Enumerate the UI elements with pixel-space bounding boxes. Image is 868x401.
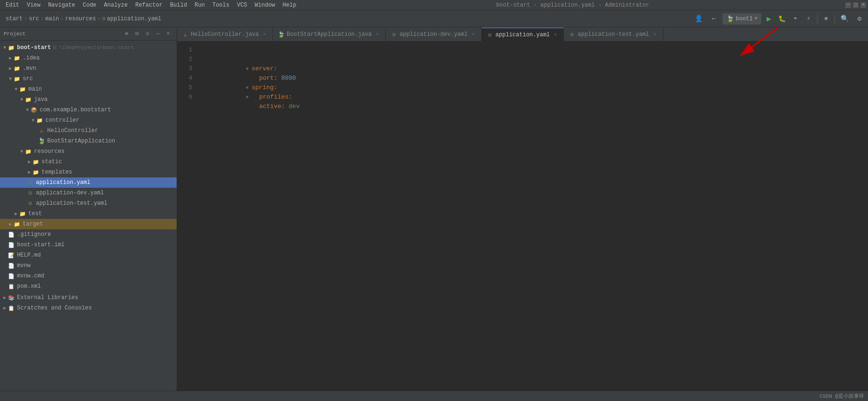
src-folder-icon: 📁	[13, 75, 21, 83]
coverage-button[interactable]: ☂	[790, 13, 801, 25]
watermark: CSDN @是小故事呀	[819, 393, 864, 400]
sidebar-item-mvnw-cmd[interactable]: 📄 mvnw.cmd	[0, 271, 177, 281]
menu-item-view[interactable]: View	[23, 1, 44, 9]
tab-close-2[interactable]: ×	[374, 31, 381, 38]
menu-item-edit[interactable]: Edit	[2, 1, 23, 9]
sidebar-item-controller[interactable]: ▼ 📁 controller	[0, 115, 177, 125]
run-button[interactable]: ▶	[763, 13, 774, 25]
sidebar-item-java[interactable]: ▼ 📁 java	[0, 94, 177, 105]
scratches-label: Scratches and Consoles	[17, 305, 92, 311]
profiler-button[interactable]: ⚡	[803, 13, 814, 25]
iml-icon: 📄	[8, 241, 15, 249]
menu-item-analyze[interactable]: Analyze	[100, 1, 131, 9]
tab-label-5: application-test.yaml	[578, 31, 649, 38]
tab-spring-icon-2: 🍃	[278, 31, 284, 38]
java-folder-icon: 📁	[25, 96, 32, 103]
maximize-button[interactable]: □	[853, 2, 859, 8]
tab-close-4[interactable]: ×	[552, 32, 559, 38]
sidebar-item-scratches[interactable]: ▶ 📋 Scratches and Consoles	[0, 303, 177, 313]
sidebar-collapse-button[interactable]: ⊟	[132, 29, 142, 39]
sidebar-item-test[interactable]: ▶ 📁 test	[0, 209, 177, 219]
fold-icon-4[interactable]: ▼	[244, 85, 251, 92]
sidebar-item-target[interactable]: ▶ 📁 target	[0, 219, 177, 229]
menu-item-navigate[interactable]: Navigate	[44, 1, 79, 9]
stop-button[interactable]: ■	[820, 13, 832, 25]
menu-item-window[interactable]: Window	[251, 1, 279, 9]
sidebar-item-static[interactable]: ▶ 📁 static	[0, 157, 177, 167]
sidebar-item-mvn[interactable]: ▶ 📁 .mvn	[0, 63, 177, 74]
tab-label-3: application-dev.yaml	[400, 31, 468, 38]
sidebar-item-pom[interactable]: 📋 pom.xml	[0, 281, 177, 292]
back-button[interactable]: ←	[707, 12, 721, 25]
code-line-2: ▼server:	[200, 55, 861, 64]
sidebar-item-help[interactable]: 📝 HELP.md	[0, 250, 177, 260]
code-line-4: ▼spring:	[200, 74, 861, 83]
target-folder-icon: 📁	[13, 220, 21, 228]
search-button[interactable]: 🔍	[838, 12, 851, 25]
sidebar-item-idea[interactable]: ▶ 📁 .idea	[0, 53, 177, 63]
sidebar-item-ext-libs[interactable]: ▶ 📚 External Libraries	[0, 292, 177, 303]
idea-label: .idea	[23, 55, 40, 61]
debug-button[interactable]: 🐛	[776, 13, 788, 25]
java-file-icon: ☕	[38, 127, 45, 134]
settings-button[interactable]: ⚙	[853, 12, 866, 25]
menu-bar: Edit View Navigate Code Analyze Refactor…	[0, 0, 868, 10]
tab-close-3[interactable]: ×	[470, 31, 477, 38]
menu-item-build[interactable]: Build	[166, 1, 191, 9]
code-content[interactable]: ▼server: port: 8080 ▼spring: ▼ profiles:	[196, 42, 861, 391]
help-label: HELP.md	[17, 252, 41, 259]
test-yaml-icon: ⚙	[26, 200, 34, 207]
menu-item-refactor[interactable]: Refactor	[131, 1, 166, 9]
sidebar-item-package[interactable]: ▼ 📦 com.example.bootstart	[0, 105, 177, 115]
sidebar-item-src[interactable]: ▼ 📁 src	[0, 74, 177, 84]
tab-test-yaml[interactable]: ⚙ application-test.yaml ×	[564, 27, 663, 42]
editor-area: ☕ HelloController.java × 🍃 BootStartAppl…	[177, 27, 868, 391]
sidebar-item-hello-controller[interactable]: ☕ HelloController	[0, 125, 177, 136]
sidebar-item-templates[interactable]: ▶ 📁 templates	[0, 167, 177, 177]
fold-icon-2[interactable]: ▼	[244, 66, 251, 73]
sidebar-expand-button[interactable]: ≡	[143, 29, 152, 39]
tabs-bar: ☕ HelloController.java × 🍃 BootStartAppl…	[177, 27, 868, 42]
sidebar-locate-button[interactable]: ⊕	[122, 29, 131, 39]
sidebar-item-iml[interactable]: 📄 boot-start.iml	[0, 240, 177, 250]
tree-root-path: D:\IdeaProjects\boot-start	[53, 45, 134, 50]
scrollbar-area	[861, 42, 868, 391]
run-config-name: boot1	[736, 16, 753, 22]
sidebar-item-main[interactable]: ▼ 📁 main	[0, 84, 177, 94]
run-config-selector[interactable]: 🍃 boot1 ▼	[723, 13, 761, 25]
idea-folder-icon: 📁	[13, 54, 21, 62]
sidebar-item-resources[interactable]: ▼ 📁 resources	[0, 146, 177, 157]
dev-yaml-label: application-dev.yaml	[36, 190, 104, 196]
yaml-file-icon: ⚙	[26, 179, 34, 186]
sidebar-item-test-yaml[interactable]: ⚙ application-test.yaml	[0, 198, 177, 209]
menu-item-code[interactable]: Code	[79, 1, 100, 9]
sidebar-item-gitignore[interactable]: 📄 .gitignore	[0, 229, 177, 240]
tab-close-5[interactable]: ×	[652, 31, 658, 38]
tab-close-1[interactable]: ×	[261, 31, 268, 38]
menu-item-help[interactable]: Help	[279, 1, 300, 9]
sidebar-item-boot-app[interactable]: 🍃 BootStartApplication	[0, 136, 177, 146]
sidebar-item-application-yaml[interactable]: ⚙ application.yaml	[0, 177, 177, 188]
minimize-button[interactable]: ─	[845, 2, 851, 8]
code-line-5: ▼ profiles:	[200, 83, 861, 92]
code-editor[interactable]: 1 2 3 4 5 6 ▼server: port:	[177, 42, 868, 391]
code-line-6: active: dev	[200, 92, 861, 102]
menu-item-vcs[interactable]: VCS	[233, 1, 251, 9]
menu-item-tools[interactable]: Tools	[209, 1, 233, 9]
sidebar-settings-button[interactable]: —	[153, 29, 162, 39]
sidebar-item-dev-yaml[interactable]: ⚙ application-dev.yaml	[0, 188, 177, 198]
user-icon-button[interactable]: 👤	[692, 12, 706, 25]
close-button[interactable]: ×	[860, 2, 866, 8]
tab-application-yaml[interactable]: ⚙ application.yaml ×	[482, 27, 564, 42]
tab-hello-controller[interactable]: ☕ HelloController.java ×	[177, 27, 273, 42]
sidebar-item-mvnw[interactable]: 📄 mvnw	[0, 260, 177, 271]
test-label: test	[28, 210, 42, 217]
tab-label-1: HelloController.java	[191, 31, 259, 38]
tab-dev-yaml[interactable]: ⚙ application-dev.yaml ×	[386, 27, 482, 42]
tab-boot-app[interactable]: 🍃 BootStartApplication.java ×	[273, 27, 386, 42]
tree-root[interactable]: ▼ 📁 boot-start D:\IdeaProjects\boot-star…	[0, 42, 177, 53]
menu-item-run[interactable]: Run	[191, 1, 209, 9]
application-yaml-label: application.yaml	[36, 179, 90, 186]
sidebar-hide-button[interactable]: ×	[163, 29, 173, 39]
fold-icon-5[interactable]: ▼	[244, 94, 251, 101]
